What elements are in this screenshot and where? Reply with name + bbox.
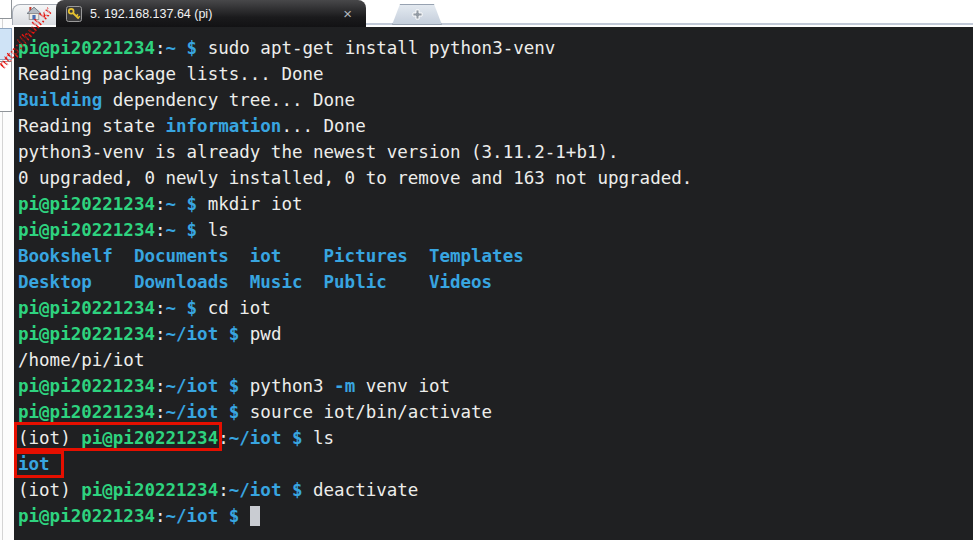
terminal-cursor: [250, 506, 261, 526]
app-window: 5. 192.168.137.64 (pi) × pi@pi20221234:~…: [0, 0, 973, 540]
terminal-line: python3-venv is already the newest versi…: [18, 139, 973, 165]
terminal-screen[interactable]: pi@pi20221234:~ $ sudo apt-get install p…: [14, 27, 973, 540]
tab-bar: 5. 192.168.137.64 (pi) ×: [14, 0, 973, 25]
terminal-line: iot: [18, 451, 973, 477]
highlight-box-venv-prompt: [14, 422, 222, 451]
highlight-box-iot-dir: [14, 451, 64, 478]
terminal-line: Reading package lists... Done: [18, 61, 973, 87]
plus-icon: [411, 8, 424, 21]
terminal-line: Building dependency tree... Done: [18, 87, 973, 113]
terminal-line: 0 upgraded, 0 newly installed, 0 to remo…: [18, 165, 973, 191]
close-icon[interactable]: ×: [339, 6, 356, 21]
terminal-line: pi@pi20221234:~ $ mkdir iot: [18, 191, 973, 217]
terminal-line: Reading state information... Done: [18, 113, 973, 139]
terminal-line: pi@pi20221234:~/iot $ pwd: [18, 321, 973, 347]
new-tab-button[interactable]: [392, 4, 442, 25]
terminal-line: pi@pi20221234:~ $ cd iot: [18, 295, 973, 321]
terminal-line: pi@pi20221234:~/iot $: [18, 503, 973, 529]
tab-title: 5. 192.168.137.64 (pi): [90, 7, 331, 21]
background-window-box: [0, 0, 12, 19]
terminal-output: pi@pi20221234:~ $ sudo apt-get install p…: [18, 35, 973, 529]
terminal-line: (iot) pi@pi20221234:~/iot $ deactivate: [18, 477, 973, 503]
terminal-line: pi@pi20221234:~ $ ls: [18, 217, 973, 243]
tab-active-session[interactable]: 5. 192.168.137.64 (pi) ×: [56, 0, 366, 27]
terminal-line: Desktop Downloads Music Public Videos: [18, 269, 973, 295]
terminal-line: Bookshelf Documents iot Pictures Templat…: [18, 243, 973, 269]
terminal-line: pi@pi20221234:~/iot $ python3 -m venv io…: [18, 373, 973, 399]
terminal-line: pi@pi20221234:~ $ sudo apt-get install p…: [18, 35, 973, 61]
background-window-edge: [0, 0, 14, 540]
key-icon: [66, 6, 82, 22]
terminal-line: /home/pi/iot: [18, 347, 973, 373]
